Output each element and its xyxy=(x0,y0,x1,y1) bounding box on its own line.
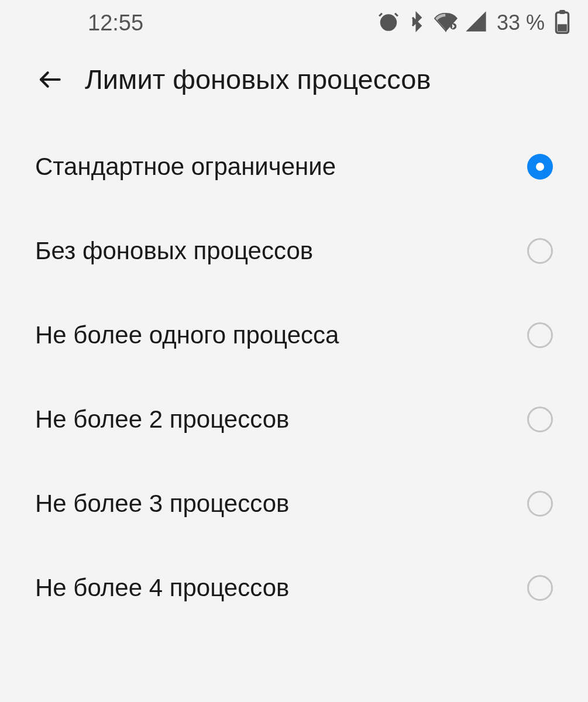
option-max-3[interactable]: Не более 3 процессов xyxy=(35,462,553,546)
radio-icon xyxy=(527,575,553,601)
option-label: Не более 2 процессов xyxy=(35,405,289,433)
battery-percent: 33 % xyxy=(497,11,545,35)
option-label: Без фоновых процессов xyxy=(35,237,313,265)
option-label: Не более 3 процессов xyxy=(35,490,289,518)
radio-icon xyxy=(527,238,553,264)
status-bar: 12:55 xyxy=(0,0,588,46)
radio-icon xyxy=(527,491,553,517)
alarm-icon xyxy=(377,11,400,35)
svg-rect-4 xyxy=(558,25,566,31)
radio-icon xyxy=(527,154,553,180)
option-label: Стандартное ограничение xyxy=(35,153,336,181)
radio-icon xyxy=(527,322,553,348)
wifi-icon xyxy=(434,11,458,35)
option-label: Не более 4 процессов xyxy=(35,574,289,602)
option-max-4[interactable]: Не более 4 процессов xyxy=(35,546,553,630)
option-max-1[interactable]: Не более одного процесса xyxy=(35,293,553,377)
bluetooth-icon xyxy=(407,11,427,35)
options-list: Стандартное ограничение Без фоновых проц… xyxy=(0,125,588,630)
option-no-background[interactable]: Без фоновых процессов xyxy=(35,209,553,293)
header: Лимит фоновых процессов xyxy=(0,46,588,125)
option-label: Не более одного процесса xyxy=(35,321,339,349)
option-max-2[interactable]: Не более 2 процессов xyxy=(35,377,553,462)
status-icons: 33 % xyxy=(377,9,570,36)
radio-icon xyxy=(527,407,553,432)
status-time: 12:55 xyxy=(88,11,143,36)
option-standard-limit[interactable]: Стандартное ограничение xyxy=(35,125,553,209)
back-button[interactable] xyxy=(35,65,64,94)
page-title: Лимит фоновых процессов xyxy=(85,63,431,95)
battery-icon xyxy=(554,9,570,36)
svg-rect-3 xyxy=(560,11,565,13)
cellular-icon xyxy=(465,11,487,35)
